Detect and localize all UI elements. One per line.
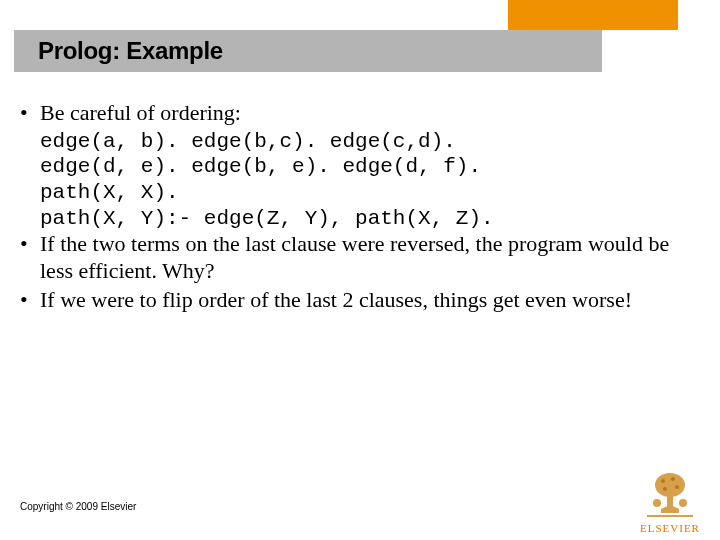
bullet-text: If we were to flip order of the last 2 c… xyxy=(40,287,632,312)
svg-point-4 xyxy=(679,499,687,507)
accent-block xyxy=(508,0,678,30)
slide-title: Prolog: Example xyxy=(38,37,223,65)
bullet-text: If the two terms on the last clause were… xyxy=(40,231,669,283)
bullet-item: If we were to flip order of the last 2 c… xyxy=(18,287,700,314)
code-line: path(X, Y):- edge(Z, Y), path(X, Z). xyxy=(18,206,700,232)
slide-header: Prolog: Example xyxy=(0,0,720,90)
bullet-text: Be careful of ordering: xyxy=(40,100,241,125)
svg-point-6 xyxy=(671,477,675,481)
code-line: edge(a, b). edge(b,c). edge(c,d). xyxy=(18,129,700,155)
elsevier-tree-icon xyxy=(643,467,697,521)
svg-point-7 xyxy=(675,485,679,489)
logo-label: ELSEVIER xyxy=(630,522,710,534)
title-bar: Prolog: Example xyxy=(14,30,602,72)
code-line: path(X, X). xyxy=(18,180,700,206)
slide-body: Be careful of ordering: edge(a, b). edge… xyxy=(18,100,700,316)
svg-point-5 xyxy=(661,479,665,483)
svg-point-8 xyxy=(663,487,667,491)
publisher-logo: ELSEVIER xyxy=(630,467,710,534)
bullet-item: Be careful of ordering: xyxy=(18,100,700,127)
copyright-text: Copyright © 2009 Elsevier xyxy=(20,501,136,512)
bullet-item: If the two terms on the last clause were… xyxy=(18,231,700,285)
svg-point-3 xyxy=(653,499,661,507)
code-line: edge(d, e). edge(b, e). edge(d, f). xyxy=(18,154,700,180)
